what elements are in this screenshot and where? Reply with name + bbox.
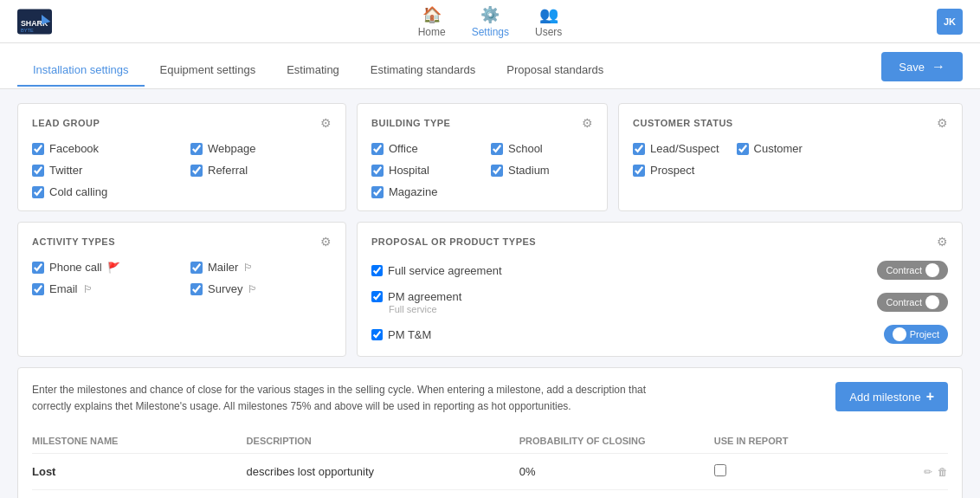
add-milestone-label: Add milestone: [849, 391, 920, 404]
activity-phone-call-checkbox[interactable]: [32, 262, 44, 274]
save-label: Save: [899, 61, 925, 74]
logo-icon: SHARK BYTE: [17, 8, 52, 36]
building-type-item-school[interactable]: School: [491, 142, 593, 155]
col-header-probability: PROBABILITY OF CLOSING: [519, 429, 714, 454]
building-stadium-checkbox[interactable]: [491, 165, 503, 177]
customer-status-row2: Prospect: [633, 164, 948, 177]
nav-home[interactable]: 🏠 Home: [418, 5, 446, 38]
nav-settings-label: Settings: [472, 26, 509, 38]
tab-estimating[interactable]: Estimating: [271, 55, 355, 87]
nav-home-label: Home: [418, 26, 446, 38]
col-header-name: MILESTONE NAME: [32, 429, 247, 454]
lead-group-facebook-checkbox[interactable]: [32, 143, 44, 155]
tab-proposal-standards[interactable]: Proposal standards: [491, 55, 619, 87]
proposal-item-full-service: Full service agreement Contract: [371, 261, 948, 280]
customer-status-gear-icon[interactable]: ⚙: [937, 116, 948, 130]
proposal-types-card: PROPOSAL OR PRODUCT TYPES ⚙ Full service…: [357, 222, 963, 357]
activity-item-survey: Survey 🏳: [190, 282, 332, 295]
tab-equipment[interactable]: Equipment settings: [145, 55, 272, 87]
activity-types-gear-icon[interactable]: ⚙: [320, 235, 332, 249]
proposal-pm-agreement-toggle[interactable]: Contract: [877, 293, 948, 312]
toggle-circle-pm-agreement: [925, 295, 939, 309]
lead-group-item-twitter[interactable]: Twitter: [32, 164, 173, 177]
tab-installation[interactable]: Installation settings: [17, 55, 145, 87]
building-type-item-hospital[interactable]: Hospital: [371, 164, 474, 177]
table-row: Final Sign proposals 90% ✏ 🗑: [32, 490, 948, 498]
building-type-item-magazine[interactable]: Magazine: [371, 185, 474, 198]
lead-group-card: LEAD GROUP ⚙ Facebook Webpage Twitter: [17, 103, 346, 211]
proposal-item-pm-tm: PM T&M Project: [371, 325, 948, 344]
lead-group-referral-checkbox[interactable]: [190, 165, 203, 177]
building-type-title: BUILDING TYPE: [371, 118, 450, 128]
user-avatar[interactable]: JK: [937, 9, 963, 35]
logo: SHARK BYTE: [17, 8, 52, 36]
lead-group-title: LEAD GROUP: [32, 118, 100, 128]
lead-group-cold-calling-checkbox[interactable]: [32, 186, 44, 198]
settings-icon: ⚙️: [480, 5, 500, 24]
activity-item-phone-call: Phone call 🚩: [32, 261, 173, 274]
tab-estimating-standards[interactable]: Estimating standards: [355, 55, 491, 87]
building-office-checkbox[interactable]: [371, 143, 384, 155]
proposal-pm-tm-toggle[interactable]: Project: [884, 325, 948, 344]
customer-status-item-lead[interactable]: Lead/Suspect: [633, 142, 719, 155]
customer-status-item-customer[interactable]: Customer: [737, 142, 803, 155]
customer-status-header: CUSTOMER STATUS ⚙: [633, 116, 948, 130]
building-hospital-checkbox[interactable]: [371, 165, 384, 177]
email-flag-icon: 🏳: [83, 283, 93, 295]
building-magazine-checkbox[interactable]: [371, 186, 384, 198]
proposal-full-service-checkbox[interactable]: [371, 265, 383, 276]
main-nav: 🏠 Home ⚙️ Settings 👥 Users: [418, 5, 563, 38]
lead-group-items: Facebook Webpage Twitter Referral Cold c…: [32, 142, 332, 198]
milestone-report-checkbox-lost[interactable]: [714, 464, 726, 476]
proposal-pm-agreement-checkbox[interactable]: [371, 291, 383, 302]
customer-prospect-checkbox[interactable]: [633, 165, 645, 177]
edit-icon-lost[interactable]: ✏: [924, 466, 932, 478]
survey-flag-icon: 🏳: [248, 283, 258, 295]
activity-types-title: ACTIVITY TYPES: [32, 236, 115, 247]
delete-icon-lost[interactable]: 🗑: [938, 466, 948, 478]
proposal-types-items: Full service agreement Contract PM agree…: [371, 261, 948, 344]
building-type-item-stadium[interactable]: Stadium: [491, 164, 593, 177]
table-row: Lost describes lost opportunity 0% ✏ 🗑: [32, 454, 948, 490]
milestones-table-body: Lost describes lost opportunity 0% ✏ 🗑: [32, 454, 948, 498]
milestone-desc-lost: describes lost opportunity: [247, 454, 519, 490]
customer-status-item-prospect[interactable]: Prospect: [633, 164, 694, 177]
lead-group-gear-icon[interactable]: ⚙: [320, 116, 332, 130]
second-row: ACTIVITY TYPES ⚙ Phone call 🚩 Mailer: [17, 222, 963, 357]
activity-types-items: Phone call 🚩 Mailer 🏳 Email: [32, 261, 332, 295]
lead-group-item-webpage[interactable]: Webpage: [190, 142, 332, 155]
proposal-types-gear-icon[interactable]: ⚙: [937, 235, 948, 249]
lead-group-twitter-checkbox[interactable]: [32, 165, 44, 177]
customer-lead-checkbox[interactable]: [633, 143, 645, 155]
nav-settings[interactable]: ⚙️ Settings: [472, 5, 509, 38]
lead-group-item-facebook[interactable]: Facebook: [32, 142, 173, 155]
add-milestone-button[interactable]: Add milestone +: [835, 382, 948, 411]
main-content: LEAD GROUP ⚙ Facebook Webpage Twitter: [0, 89, 980, 498]
building-type-gear-icon[interactable]: ⚙: [582, 116, 593, 130]
activity-email-checkbox[interactable]: [32, 283, 44, 295]
toggle-circle-pm-tm: [893, 327, 906, 341]
col-header-description: DESCRIPTION: [247, 429, 519, 454]
proposal-pm-tm-checkbox[interactable]: [371, 329, 383, 340]
plus-icon: +: [926, 389, 934, 404]
nav-users-label: Users: [535, 26, 562, 38]
users-icon: 👥: [539, 5, 558, 24]
activity-types-card: ACTIVITY TYPES ⚙ Phone call 🚩 Mailer: [17, 222, 346, 357]
activity-survey-checkbox[interactable]: [190, 283, 203, 295]
milestones-table: MILESTONE NAME DESCRIPTION PROBABILITY O…: [32, 429, 948, 498]
save-button[interactable]: Save →: [881, 52, 963, 81]
col-header-report: USE IN REPORT: [714, 429, 890, 454]
customer-customer-checkbox[interactable]: [737, 143, 749, 155]
customer-status-row1: Lead/Suspect Customer: [633, 142, 948, 155]
lead-group-header: LEAD GROUP ⚙: [32, 116, 332, 130]
lead-group-item-referral[interactable]: Referral: [190, 164, 332, 177]
nav-users[interactable]: 👥 Users: [535, 5, 562, 38]
building-school-checkbox[interactable]: [491, 143, 503, 155]
lead-group-webpage-checkbox[interactable]: [190, 143, 203, 155]
proposal-full-service-toggle[interactable]: Contract: [877, 261, 948, 280]
activity-mailer-checkbox[interactable]: [190, 262, 203, 274]
milestones-top: Enter the milestones and chance of close…: [32, 382, 948, 415]
lead-group-item-cold-calling[interactable]: Cold calling: [32, 185, 173, 198]
proposal-types-header: PROPOSAL OR PRODUCT TYPES ⚙: [371, 235, 948, 249]
building-type-item-office[interactable]: Office: [371, 142, 474, 155]
